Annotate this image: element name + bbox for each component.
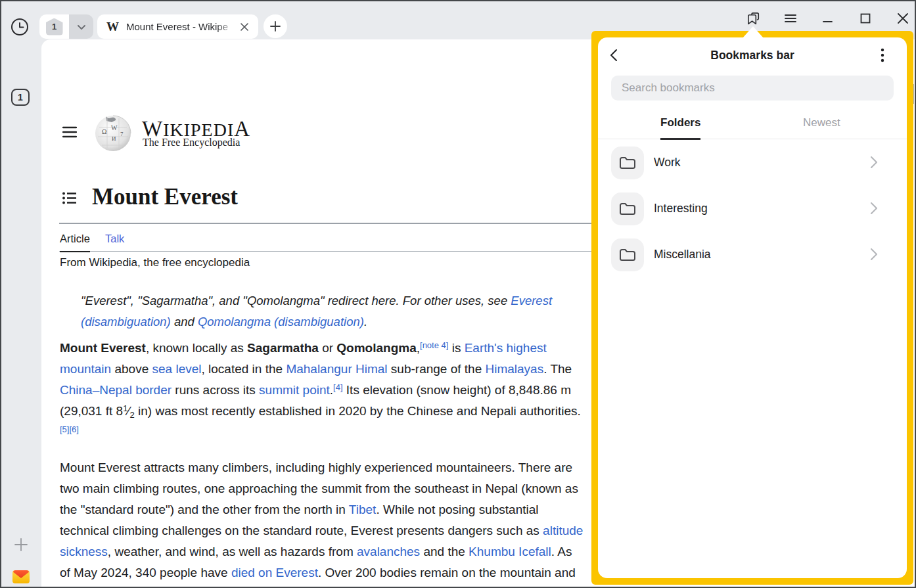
tab-talk[interactable]: Talk	[105, 233, 124, 245]
article-subtitle: From Wikipedia, the free encyclopedia	[60, 256, 250, 269]
folder-icon	[611, 147, 644, 179]
article-paragraph-2: Mount Everest attracts many climbers, in…	[60, 457, 585, 588]
chevron-down-icon[interactable]	[69, 14, 93, 39]
chevron-right-icon	[870, 248, 882, 261]
folder-row-work[interactable]: Work	[598, 140, 907, 186]
tab-group-control[interactable]: 1	[39, 14, 93, 39]
folder-row-miscellania[interactable]: Miscellania	[598, 232, 907, 278]
bookmarks-panel-icon[interactable]	[745, 11, 761, 26]
bookmarks-panel-header: Bookmarks bar	[598, 37, 907, 73]
close-window-icon[interactable]	[895, 11, 911, 26]
tab-group-badge: 1	[46, 18, 63, 35]
tab-article[interactable]: Article	[60, 233, 90, 252]
svg-text:Ω: Ω	[102, 128, 106, 135]
wikipedia-tagline: The Free Encyclopedia	[143, 137, 240, 148]
panel-tab-newest[interactable]: Newest	[803, 116, 840, 129]
panel-kebab-icon[interactable]	[881, 48, 894, 62]
bookmarks-panel: Bookmarks bar Folders Newest Work Intere…	[598, 37, 907, 578]
svg-text:И: И	[112, 135, 116, 142]
left-sidebar: 1	[0, 39, 41, 588]
wikipedia-globe-logo[interactable]: Ω W И 7	[94, 114, 132, 152]
panel-tab-folders[interactable]: Folders	[660, 116, 700, 140]
maximize-icon[interactable]	[858, 11, 873, 26]
tab-close-icon[interactable]	[238, 20, 251, 34]
toc-list-icon[interactable]	[62, 192, 76, 204]
new-tab-button[interactable]	[263, 14, 287, 38]
wiki-menu-icon[interactable]	[62, 126, 77, 138]
article-paragraph-1: Mount Everest, known locally as Sagarmat…	[60, 338, 585, 443]
folder-row-interesting[interactable]: Interesting	[598, 186, 907, 232]
svg-text:W: W	[111, 124, 118, 131]
folder-icon	[611, 238, 644, 271]
chevron-right-icon	[870, 202, 882, 215]
hatnote: "Everest", "Sagarmatha", and "Qomolangma…	[81, 290, 639, 332]
menu-icon[interactable]	[783, 11, 798, 26]
chevron-right-icon	[870, 156, 882, 169]
panel-tabs: Folders Newest	[598, 108, 907, 139]
minimize-icon[interactable]	[820, 11, 836, 26]
sidebar-add-icon[interactable]	[14, 537, 28, 552]
folder-label: Interesting	[654, 202, 708, 215]
search-bookmarks-input[interactable]	[611, 76, 894, 101]
history-clock-icon[interactable]	[11, 18, 29, 36]
folder-icon	[611, 192, 644, 225]
browser-tab-mount-everest[interactable]: W Mount Everest - Wikipe	[97, 14, 258, 39]
window-controls	[745, 7, 911, 30]
folder-label: Miscellania	[654, 248, 711, 261]
folder-label: Work	[654, 156, 681, 170]
article-title: Mount Everest	[92, 184, 238, 210]
panel-back-icon[interactable]	[607, 48, 622, 62]
tab-title: Mount Everest - Wikipe	[126, 21, 237, 32]
sidebar-tab-counter[interactable]: 1	[11, 89, 30, 106]
wikipedia-favicon: W	[106, 20, 119, 34]
svg-text:7: 7	[120, 131, 124, 137]
folder-list: Work Interesting Miscellania	[598, 140, 907, 278]
panel-title: Bookmarks bar	[598, 49, 907, 62]
tab-group-count[interactable]: 1	[39, 14, 69, 39]
mail-icon[interactable]	[11, 567, 31, 587]
